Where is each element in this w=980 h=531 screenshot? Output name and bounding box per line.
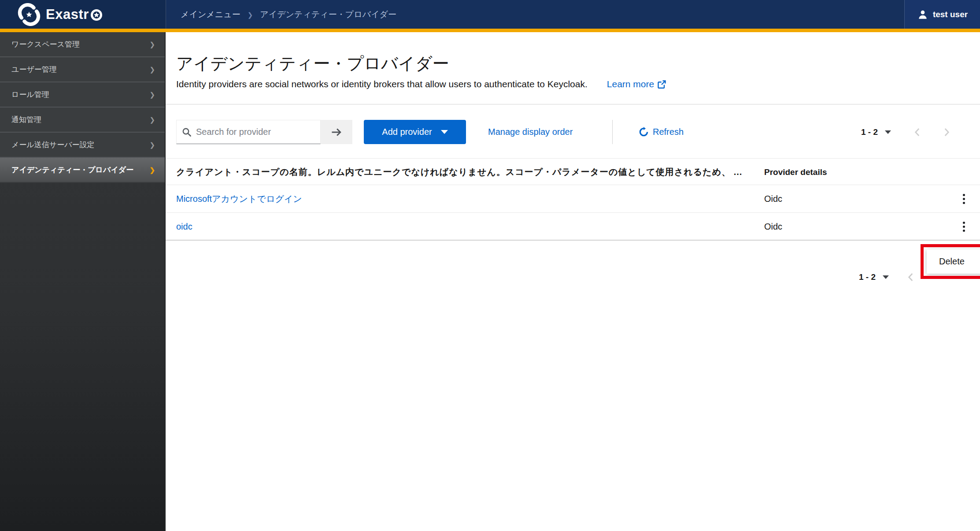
provider-details-column-header: Provider details — [764, 159, 827, 186]
page-description: Identity providers are social networks o… — [176, 79, 588, 89]
chevron-right-icon: ❯ — [149, 116, 155, 124]
sidebar-item-label: ワークスペース管理 — [11, 39, 80, 49]
name-column-header: クライアント・スコープの名前。レルム内でユニークでなければなりません。スコープ・… — [176, 159, 742, 186]
person-icon — [917, 9, 928, 20]
logo-wordmark: Exastr — [46, 7, 103, 22]
sidebar-menu: ワークスペース管理❯ユーザー管理❯ロール管理❯通知管理❯メール送信サーバー設定❯… — [0, 32, 165, 183]
search-input[interactable] — [176, 120, 321, 144]
row-actions-menu: Delete — [927, 249, 980, 274]
arrow-right-icon — [330, 126, 343, 138]
sidebar: ワークスペース管理❯ユーザー管理❯ロール管理❯通知管理❯メール送信サーバー設定❯… — [0, 32, 166, 531]
external-link-icon — [657, 80, 666, 89]
sidebar-item-label: 通知管理 — [11, 115, 41, 125]
exastro-logo[interactable]: Exastr — [0, 0, 166, 29]
search-box — [176, 120, 321, 144]
sidebar-item-label: ユーザー管理 — [11, 64, 57, 74]
chevron-left-icon[interactable] — [914, 126, 921, 138]
sidebar-item[interactable]: アイデンティティー・プロバイダー❯ — [0, 158, 165, 183]
app-header: Exastr メインメニュー ❯ アイデンティティー・プロバイダー test u… — [0, 0, 980, 29]
page-title: アイデンティティー・プロバイダー — [176, 52, 449, 75]
refresh-icon — [639, 127, 649, 137]
provider-type-cell: Oidc — [764, 185, 782, 213]
breadcrumb-current-page: アイデンティティー・プロバイダー — [260, 9, 396, 20]
table-row: MicrosoftアカウントでログインOidc — [166, 185, 980, 213]
sidebar-item-label: メール送信サーバー設定 — [11, 140, 95, 150]
refresh-label: Refresh — [653, 127, 684, 137]
pagination-bottom: 1 - 2 — [859, 267, 914, 287]
learn-more-label: Learn more — [607, 79, 654, 89]
chevron-right-icon: ❯ — [149, 66, 155, 74]
sidebar-item[interactable]: ロール管理❯ — [0, 82, 165, 108]
breadcrumb: メインメニュー ❯ アイデンティティー・プロバイダー — [181, 0, 396, 29]
pagination-caret-icon[interactable] — [885, 130, 891, 134]
caret-down-icon — [441, 130, 448, 134]
main-content: アイデンティティー・プロバイダー Identity providers are … — [166, 32, 980, 531]
sidebar-item[interactable]: 通知管理❯ — [0, 108, 165, 133]
providers-table: MicrosoftアカウントでログインOidcoidcOidc — [166, 185, 980, 241]
provider-name-link[interactable]: oidc — [176, 213, 192, 241]
add-provider-label: Add provider — [382, 127, 432, 137]
breadcrumb-separator-icon: ❯ — [248, 10, 253, 19]
provider-type-cell: Oidc — [764, 213, 782, 241]
kebab-menu-button[interactable] — [957, 185, 971, 213]
page-description-row: Identity providers are social networks o… — [176, 79, 666, 89]
sidebar-item-label: ロール管理 — [11, 89, 49, 100]
sidebar-item-label: アイデンティティー・プロバイダー — [11, 165, 133, 175]
chevron-left-icon[interactable] — [907, 271, 914, 283]
app-screen: Exastr メインメニュー ❯ アイデンティティー・プロバイダー test u… — [0, 0, 980, 531]
section-divider — [166, 104, 980, 104]
logo-text: Exastr — [46, 7, 89, 22]
search-submit-button[interactable] — [321, 120, 352, 144]
provider-name-link[interactable]: Microsoftアカウントでログイン — [176, 185, 302, 213]
add-provider-button[interactable]: Add provider — [364, 120, 466, 144]
chevron-right-icon: ❯ — [149, 166, 155, 174]
table-row: oidcOidc — [166, 213, 980, 241]
pagination-range-label[interactable]: 1 - 2 — [859, 272, 876, 282]
sidebar-item[interactable]: メール送信サーバー設定❯ — [0, 133, 165, 158]
sidebar-item[interactable]: ユーザー管理❯ — [0, 57, 165, 82]
accent-bar — [0, 29, 980, 32]
search-group — [176, 120, 352, 144]
pagination-top: 1 - 2 — [861, 120, 950, 144]
pagination-range-label[interactable]: 1 - 2 — [861, 127, 878, 137]
chevron-right-icon[interactable] — [943, 126, 950, 138]
table-header-row: クライアント・スコープの名前。レルム内でユニークでなければなりません。スコープ・… — [166, 158, 980, 185]
kebab-menu-button[interactable] — [957, 213, 971, 241]
breadcrumb-main-menu[interactable]: メインメニュー — [181, 9, 240, 20]
chevron-right-icon: ❯ — [149, 41, 155, 48]
user-name-label: test user — [933, 10, 968, 19]
search-icon — [182, 127, 192, 137]
sidebar-item[interactable]: ワークスペース管理❯ — [0, 32, 165, 57]
logo-star-icon — [26, 11, 32, 17]
exastro-logo-icon — [18, 3, 41, 26]
learn-more-link[interactable]: Learn more — [607, 79, 666, 89]
refresh-button[interactable]: Refresh — [639, 120, 684, 144]
manage-display-order-link[interactable]: Manage display order — [488, 120, 573, 144]
user-menu[interactable]: test user — [904, 0, 980, 29]
delete-menu-item[interactable]: Delete — [939, 256, 965, 267]
chevron-right-icon: ❯ — [149, 141, 155, 149]
logo-star-o-icon — [90, 8, 103, 21]
toolbar-divider — [612, 120, 613, 144]
pagination-caret-icon[interactable] — [883, 275, 889, 279]
chevron-right-icon: ❯ — [149, 91, 155, 99]
